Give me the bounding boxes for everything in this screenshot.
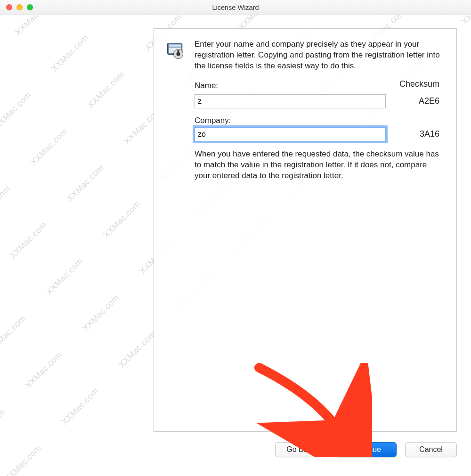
cancel-button[interactable]: Cancel — [405, 442, 457, 457]
name-label: Name: — [195, 81, 386, 90]
continue-button[interactable]: Continue — [335, 442, 397, 457]
name-input[interactable] — [195, 94, 386, 108]
svg-point-4 — [176, 52, 180, 56]
intro-text: Enter your name and company precisely as… — [195, 39, 442, 72]
license-icon — [165, 41, 186, 62]
checksum-header: Checksum — [386, 79, 442, 92]
wizard-panel: Enter your name and company precisely as… — [154, 28, 457, 432]
company-label: Company: — [195, 116, 442, 125]
window-title: License Wizard — [0, 4, 471, 11]
svg-rect-5 — [178, 50, 179, 52]
svg-rect-1 — [169, 44, 181, 47]
name-checksum: A2E6 — [386, 96, 442, 106]
company-checksum: 3A16 — [386, 129, 442, 139]
titlebar: License Wizard — [0, 0, 471, 15]
company-input[interactable] — [195, 127, 386, 141]
go-back-button[interactable]: Go Back — [275, 442, 327, 457]
wizard-buttons: Go Back Continue Cancel — [154, 442, 457, 457]
checksum-note: When you have entered the requested data… — [195, 149, 442, 181]
